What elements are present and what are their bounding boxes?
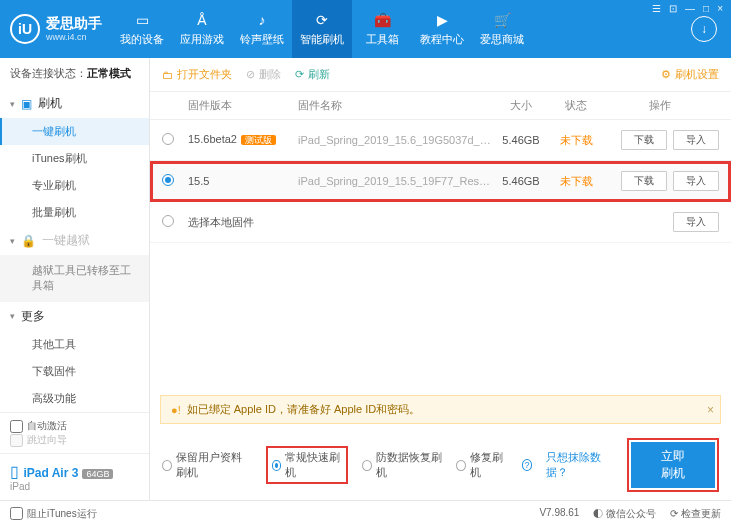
minimize-icon[interactable]: — — [685, 3, 697, 14]
connection-status: 设备连接状态：正常模式 — [0, 58, 149, 89]
header-status: 状态 — [551, 98, 601, 113]
brand-name: 爱思助手 — [46, 16, 102, 31]
titlebar: iU 爱思助手 www.i4.cn ▭我的设备 Å应用游戏 ♪铃声壁纸 ⟳智能刷… — [0, 0, 731, 58]
sidebar-item-download-firmware[interactable]: 下载固件 — [0, 358, 149, 385]
delete-button[interactable]: ⊘删除 — [246, 67, 281, 82]
appleid-notice: ●! 如已绑定 Apple ID，请准备好 Apple ID和密码。 × — [160, 395, 721, 424]
import-button[interactable]: 导入 — [673, 171, 719, 191]
import-button[interactable]: 导入 — [673, 212, 719, 232]
section-more[interactable]: ▾更多 — [0, 302, 149, 331]
warning-icon: ●! — [171, 404, 181, 416]
sidebar-item-itunes-flash[interactable]: iTunes刷机 — [0, 145, 149, 172]
flash-icon: ⟳ — [313, 11, 331, 29]
sidebar: 设备连接状态：正常模式 ▾▣刷机 一键刷机 iTunes刷机 专业刷机 批量刷机… — [0, 58, 150, 500]
refresh-icon: ⟳ — [295, 68, 304, 81]
table-header: 固件版本 固件名称 大小 状态 操作 — [150, 92, 731, 120]
firmware-filename: iPad_Spring_2019_15.5_19F77_Restore.ipsw — [298, 175, 491, 187]
device-card[interactable]: ▯ iPad Air 364GB iPad — [0, 453, 149, 500]
check-update-link[interactable]: ⟳ 检查更新 — [670, 507, 721, 521]
mode-quick-flash[interactable]: 常规快速刷机 — [272, 450, 343, 480]
tab-my-device[interactable]: ▭我的设备 — [112, 0, 172, 58]
refresh-button[interactable]: ⟳刷新 — [295, 67, 330, 82]
block-itunes-checkbox[interactable]: 阻止iTunes运行 — [10, 507, 97, 521]
music-icon: ♪ — [253, 11, 271, 29]
sidebar-item-pro-flash[interactable]: 专业刷机 — [0, 172, 149, 199]
firmware-row[interactable]: 15.6beta2测试版 iPad_Spring_2019_15.6_19G50… — [150, 120, 731, 161]
download-button[interactable]: 下载 — [621, 130, 667, 150]
sidebar-item-oneclick-flash[interactable]: 一键刷机 — [0, 118, 149, 145]
help-icon[interactable]: ? — [522, 459, 533, 471]
app-logo: iU 爱思助手 www.i4.cn — [0, 0, 112, 58]
apps-icon: Å — [193, 11, 211, 29]
radio-unselected[interactable] — [162, 215, 174, 227]
chevron-down-icon: ▾ — [10, 311, 15, 321]
tab-tools[interactable]: 🧰工具箱 — [352, 0, 412, 58]
mode-repair[interactable]: 修复刷机 — [456, 450, 507, 480]
wechat-icon: ◐ — [593, 508, 603, 519]
wechat-link[interactable]: ◐ 微信公众号 — [593, 507, 656, 521]
tab-tutorials[interactable]: ▶教程中心 — [412, 0, 472, 58]
firmware-status: 未下载 — [551, 174, 601, 189]
firmware-filename: iPad_Spring_2019_15.6_19G5037d_Restore.i… — [298, 134, 491, 146]
jailbreak-moved-notice: 越狱工具已转移至工具箱 — [0, 255, 149, 302]
firmware-size: 5.46GB — [491, 134, 551, 146]
tab-ringtones[interactable]: ♪铃声壁纸 — [232, 0, 292, 58]
close-notice-icon[interactable]: × — [707, 403, 714, 417]
flash-now-button[interactable]: 立即刷机 — [631, 442, 715, 488]
open-folder-button[interactable]: 🗀打开文件夹 — [162, 67, 232, 82]
cart-icon: 🛒 — [493, 11, 511, 29]
window-controls: ☰ ⊡ — □ × — [652, 3, 725, 14]
device-type: iPad — [10, 481, 139, 492]
maximize-icon[interactable]: □ — [703, 3, 711, 14]
firmware-status: 未下载 — [551, 133, 601, 148]
sidebar-item-batch-flash[interactable]: 批量刷机 — [0, 199, 149, 226]
radio-unselected[interactable] — [162, 133, 174, 145]
mode-anti-recovery[interactable]: 防数据恢复刷机 — [362, 450, 442, 480]
sidebar-item-other-tools[interactable]: 其他工具 — [0, 331, 149, 358]
tablet-icon: ▯ — [10, 463, 19, 480]
logo-icon: iU — [10, 14, 40, 44]
download-button[interactable]: 下载 — [621, 171, 667, 191]
beta-badge: 测试版 — [241, 135, 276, 145]
lock-icon[interactable]: ⊡ — [669, 3, 679, 14]
local-firmware-label: 选择本地固件 — [188, 215, 340, 230]
download-manager-icon[interactable]: ↓ — [691, 16, 717, 42]
mode-keep-data[interactable]: 保留用户资料刷机 — [162, 450, 252, 480]
section-jailbreak[interactable]: ▾🔒一键越狱 — [0, 226, 149, 255]
delete-icon: ⊘ — [246, 68, 255, 81]
firmware-version: 15.5 — [188, 175, 209, 187]
sidebar-item-advanced[interactable]: 高级功能 — [0, 385, 149, 412]
brand-url: www.i4.cn — [46, 32, 102, 42]
lock-icon: 🔒 — [21, 234, 36, 248]
section-flash[interactable]: ▾▣刷机 — [0, 89, 149, 118]
main-panel: 🗀打开文件夹 ⊘删除 ⟳刷新 ⚙刷机设置 固件版本 固件名称 大小 状态 操作 … — [150, 58, 731, 500]
folder-icon: 🗀 — [162, 69, 173, 81]
auto-activate-checkbox[interactable]: 自动激活 — [10, 419, 139, 433]
skip-guide-checkbox[interactable]: 跳过向导 — [10, 433, 139, 447]
disk-icon: ▣ — [21, 97, 32, 111]
firmware-row-selected[interactable]: 15.5 iPad_Spring_2019_15.5_19F77_Restore… — [150, 161, 731, 202]
erase-only-link[interactable]: 只想抹除数据？ — [546, 450, 613, 480]
top-tabs: ▭我的设备 Å应用游戏 ♪铃声壁纸 ⟳智能刷机 🧰工具箱 ▶教程中心 🛒爱思商城 — [112, 0, 685, 58]
toolbar: 🗀打开文件夹 ⊘删除 ⟳刷新 ⚙刷机设置 — [150, 58, 731, 92]
close-icon[interactable]: × — [717, 3, 725, 14]
gear-icon: ⚙ — [661, 68, 671, 81]
phone-icon: ▭ — [133, 11, 151, 29]
chevron-down-icon: ▾ — [10, 236, 15, 246]
flash-settings-button[interactable]: ⚙刷机设置 — [661, 67, 719, 82]
video-icon: ▶ — [433, 11, 451, 29]
statusbar: 阻止iTunes运行 V7.98.61 ◐ 微信公众号 ⟳ 检查更新 — [0, 500, 731, 526]
update-icon: ⟳ — [670, 508, 678, 519]
tab-flash[interactable]: ⟳智能刷机 — [292, 0, 352, 58]
header-size: 大小 — [491, 98, 551, 113]
import-button[interactable]: 导入 — [673, 130, 719, 150]
menu-icon[interactable]: ☰ — [652, 3, 663, 14]
tab-apps[interactable]: Å应用游戏 — [172, 0, 232, 58]
chevron-down-icon: ▾ — [10, 99, 15, 109]
firmware-size: 5.46GB — [491, 175, 551, 187]
radio-selected[interactable] — [162, 174, 174, 186]
tab-store[interactable]: 🛒爱思商城 — [472, 0, 532, 58]
header-ops: 操作 — [601, 98, 719, 113]
local-firmware-row[interactable]: 选择本地固件 导入 — [150, 202, 731, 243]
header-name: 固件名称 — [298, 98, 491, 113]
